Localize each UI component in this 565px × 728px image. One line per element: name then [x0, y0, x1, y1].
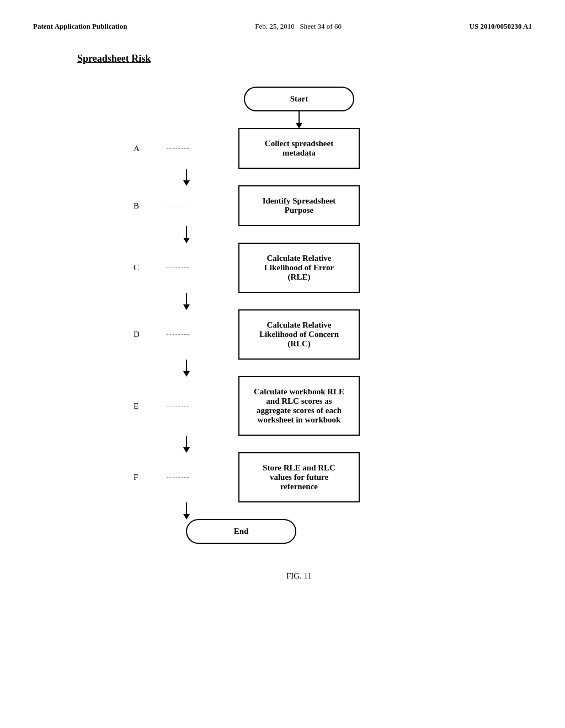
arrow-c-to-d [186, 293, 187, 309]
flowchart: Start A Collect spreadsheetmetadata B [134, 87, 465, 544]
dashed-e [167, 406, 189, 406]
end-node: End [186, 519, 296, 544]
flowchart-diagram: Start A Collect spreadsheetmetadata B [66, 87, 532, 581]
node-d: Calculate RelativeLikelihood of Concern(… [238, 309, 360, 360]
label-a: A [134, 144, 167, 153]
dashed-b [167, 206, 189, 206]
page-header: Patent Application Publication Feb. 25, … [33, 22, 532, 31]
node-a-center: Collect spreadsheetmetadata [189, 128, 409, 169]
node-c-center: Calculate RelativeLikelihood of Error(RL… [189, 243, 409, 293]
arrow-e-to-f [186, 436, 187, 452]
label-e: E [134, 402, 167, 411]
dashed-c [167, 267, 189, 268]
step-f-row: F Store RLE and RLCvalues for futurerefe… [134, 452, 465, 502]
label-f: F [134, 473, 167, 482]
end-shape: End [186, 519, 296, 544]
step-b-row: B Identify SpreadsheetPurpose [134, 185, 465, 226]
figure-caption: FIG. 11 [286, 571, 312, 581]
label-c: C [134, 263, 167, 272]
node-f-center: Store RLE and RLCvalues for futurerefern… [189, 452, 409, 502]
node-b: Identify SpreadsheetPurpose [238, 185, 360, 226]
step-a-row: A Collect spreadsheetmetadata [134, 128, 465, 169]
start-node: Start [244, 87, 354, 111]
arrow-d-to-e [186, 360, 187, 376]
step-d-row: D Calculate RelativeLikelihood of Concer… [134, 309, 465, 360]
dashed-d [167, 334, 189, 335]
step-e-row: E Calculate workbook RLEand RLC scores a… [134, 376, 465, 436]
label-d: D [134, 330, 167, 339]
node-f: Store RLE and RLCvalues for futurerefern… [238, 452, 360, 502]
arrow-a-to-b [186, 169, 187, 185]
page: Patent Application Publication Feb. 25, … [0, 0, 565, 728]
header-date-sheet: Feb. 25, 2010 Sheet 34 of 60 [255, 22, 342, 31]
node-d-center: Calculate RelativeLikelihood of Concern(… [189, 309, 409, 360]
label-b: B [134, 201, 167, 211]
header-publication: Patent Application Publication [33, 22, 127, 31]
arrow-start-to-a [299, 111, 300, 128]
arrow-f-to-end [186, 502, 187, 519]
step-c-row: C Calculate RelativeLikelihood of Error(… [134, 243, 465, 293]
node-a: Collect spreadsheetmetadata [238, 128, 360, 169]
section-title: Spreadsheet Risk [77, 53, 532, 65]
node-e-center: Calculate workbook RLEand RLC scores asa… [189, 376, 409, 436]
dashed-f [167, 477, 189, 478]
header-patent: US 2010/0050230 A1 [470, 22, 532, 31]
node-c: Calculate RelativeLikelihood of Error(RL… [238, 243, 360, 293]
node-e: Calculate workbook RLEand RLC scores asa… [238, 376, 360, 436]
dashed-a [167, 148, 189, 149]
node-b-center: Identify SpreadsheetPurpose [189, 185, 409, 226]
arrow-b-to-c [186, 226, 187, 243]
start-shape: Start [244, 87, 354, 111]
